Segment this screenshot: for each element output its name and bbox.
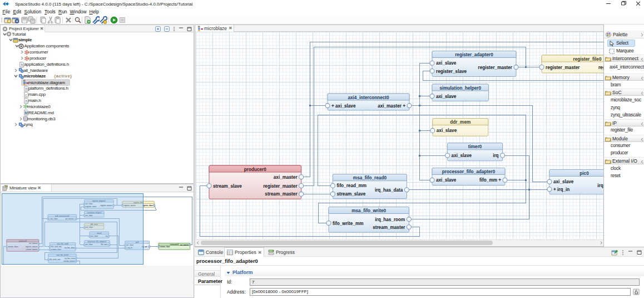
svg-text:M: M: [25, 111, 28, 115]
